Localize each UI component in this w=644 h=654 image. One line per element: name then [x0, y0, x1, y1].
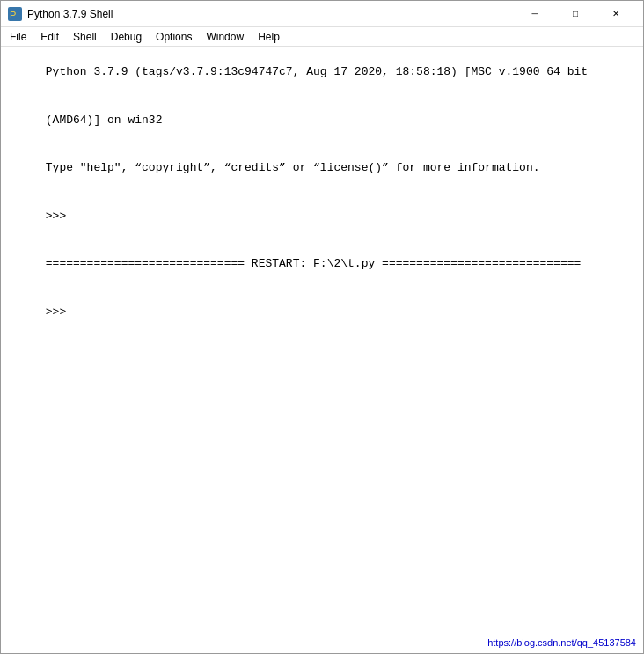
menu-options[interactable]: Options: [149, 29, 199, 45]
watermark: https://blog.csdn.net/qq_45137584: [487, 637, 636, 648]
minimize-button[interactable]: ─: [515, 1, 555, 27]
menu-shell[interactable]: Shell: [66, 29, 104, 45]
shell-output: Python 3.7.9 (tags/v3.7.9:13c94747c7, Au…: [4, 48, 640, 336]
window-controls: ─ □ ✕: [515, 1, 636, 27]
restart-separator: ============================= RESTART: F…: [46, 257, 582, 270]
menu-bar: File Edit Shell Debug Options Window Hel…: [1, 27, 643, 47]
python-help-line: Type "help", “copyright”, “credits” or “…: [46, 161, 540, 174]
second-prompt: >>>: [46, 305, 73, 319]
app-icon: P: [8, 7, 22, 21]
maximize-button[interactable]: □: [555, 1, 596, 27]
menu-help[interactable]: Help: [251, 29, 287, 45]
menu-debug[interactable]: Debug: [104, 29, 149, 45]
window-title: Python 3.7.9 Shell: [27, 8, 515, 20]
python-version-line2: (AMD64)] on win32: [46, 114, 163, 127]
python-version-line1: Python 3.7.9 (tags/v3.7.9:13c94747c7, Au…: [46, 65, 588, 78]
shell-content[interactable]: Python 3.7.9 (tags/v3.7.9:13c94747c7, Au…: [1, 47, 643, 653]
svg-text:P: P: [10, 10, 16, 20]
title-bar: P Python 3.7.9 Shell ─ □ ✕: [1, 1, 643, 27]
menu-window[interactable]: Window: [199, 29, 251, 45]
main-window: P Python 3.7.9 Shell ─ □ ✕ File Edit She…: [0, 0, 644, 654]
menu-file[interactable]: File: [3, 29, 33, 45]
close-button[interactable]: ✕: [596, 1, 636, 27]
menu-edit[interactable]: Edit: [33, 29, 66, 45]
first-prompt: >>>: [46, 209, 73, 223]
